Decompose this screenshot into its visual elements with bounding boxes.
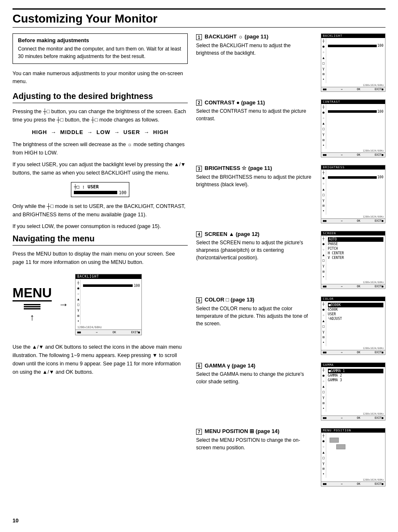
menu-screen: BACKLIGHT ┼ ● ☆ ▲ □ γ ⊞ • xyxy=(75,274,142,336)
left-column: Before making adjustments Connect the mo… xyxy=(13,33,188,494)
brightness-para5: If you select LOW, the power consumption… xyxy=(13,222,188,231)
menu-icons: ┼ ● ☆ ▲ □ γ ⊞ • xyxy=(76,280,81,325)
notice-box: Before making adjustments Connect the mo… xyxy=(13,33,188,64)
menu-items-container: 1 BACKLIGHT ☼ (page 11) Select the BACKL… xyxy=(196,33,385,486)
brightness-para1: Pressing the ┼□ button, you can change t… xyxy=(13,107,188,124)
menu-demo: MENU ↑ → BACKLIGHT ┼ ● ☆ ▲ □ xyxy=(13,274,188,336)
intro-text: You can make numerous adjustments to you… xyxy=(13,70,188,86)
brightness-para3: If you select USER, you can adjust the b… xyxy=(13,160,188,177)
mode-sequence: HIGH → MIDDLE → LOW → USER → HIGH xyxy=(13,129,188,135)
user-display: ┼□ : USER 100 xyxy=(71,182,129,197)
slider-value: 100 xyxy=(119,190,126,195)
menu-item-6: 6 GAMMA γ (page 14) Select the GAMMA men… xyxy=(196,362,385,421)
user-label: ┼□ : USER xyxy=(74,184,126,190)
screen-resolution: 1280x1024/60Hz xyxy=(76,325,141,329)
menu-item-4: 4 SCREEN ▲ (page 12) Select the SCREEN m… xyxy=(196,231,385,289)
menu-demo-arrow: → xyxy=(58,299,68,310)
right-column: 1 BACKLIGHT ☼ (page 11) Select the BACKL… xyxy=(196,33,385,494)
menu-item-7: 7 MENU POSITION ⊞ (page 14) Select the M… xyxy=(196,428,385,486)
screen-content: 100 xyxy=(82,280,141,325)
brightness-para2: The brightness of the screen will decrea… xyxy=(13,140,188,157)
menu-label: MENU xyxy=(13,286,52,301)
screen-footer: ■■→OKEXIT■ xyxy=(76,329,141,335)
menu-item-5: 5 COLOR □ (page 13) Select the COLOR men… xyxy=(196,296,385,355)
page-title: Customizing Your Monitor xyxy=(13,8,385,28)
brightness-para4: Only while the ┼□ mode is set to USER, a… xyxy=(13,202,188,219)
page-number: 10 xyxy=(13,517,18,524)
screen-title: BACKLIGHT xyxy=(76,274,141,279)
screen-slider: 100 xyxy=(83,284,140,288)
menu-item-2: 2 CONTRAST ● (page 11) Select the CONTRA… xyxy=(196,99,385,158)
notice-title: Before making adjustments xyxy=(18,37,182,43)
up-arrow-icon: ↑ xyxy=(30,312,35,323)
brightness-heading: Adjusting to the desired brightness xyxy=(13,91,188,103)
menu-item-1: 1 BACKLIGHT ☼ (page 11) Select the BACKL… xyxy=(196,33,385,92)
bottom-note: Use the ▲/▼ and OK buttons to select the… xyxy=(13,343,188,376)
notice-text: Connect the monitor and the computer, an… xyxy=(18,45,182,60)
menu-para1: Press the MENU button to display the mai… xyxy=(13,250,188,266)
menu-item-3: 3 BRIGHTNESS ☆ (page 11) Select the BRIG… xyxy=(196,165,385,223)
menu-heading: Navigating the menu xyxy=(13,234,188,246)
